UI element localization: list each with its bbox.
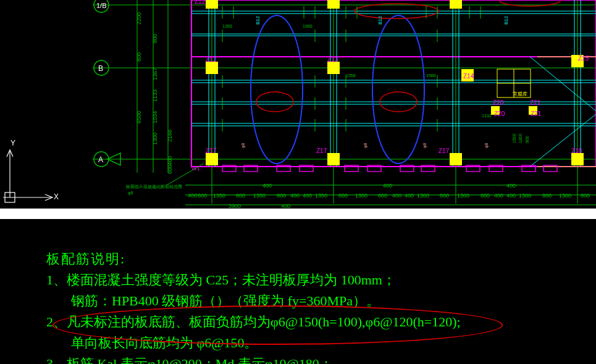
- svg-text:800: 800: [542, 192, 552, 199]
- svg-text:400: 400: [303, 192, 312, 199]
- svg-text:400: 400: [405, 192, 414, 199]
- svg-rect-40: [206, 62, 218, 74]
- svg-text:φ8: φ8: [241, 143, 246, 148]
- svg-text:3900: 3900: [229, 203, 241, 209]
- svg-text:B12: B12: [377, 15, 383, 25]
- svg-point-51: [372, 15, 424, 163]
- svg-text:1300: 1300: [355, 192, 367, 199]
- svg-text:1132: 1132: [482, 114, 492, 118]
- svg-text:1133: 1133: [152, 89, 158, 102]
- svg-text:800: 800: [136, 52, 142, 62]
- notes-title: 板配筋说明:: [46, 249, 461, 270]
- svg-text:B12: B12: [255, 15, 261, 25]
- svg-text:800: 800: [152, 34, 158, 43]
- svg-text:Z12: Z12: [206, 56, 217, 63]
- cad-svg: 1/B B A Z12 Z12 Z13 Z14 Z15 Z20 Z20 Z21 …: [0, 0, 596, 209]
- svg-rect-37: [206, 0, 218, 9]
- svg-text:400: 400: [281, 203, 290, 209]
- svg-rect-38: [327, 0, 340, 9]
- svg-text:1350: 1350: [222, 24, 232, 28]
- svg-text:B12: B12: [503, 15, 509, 25]
- svg-text:Z20: Z20: [494, 110, 505, 117]
- svg-text:400: 400: [506, 183, 516, 189]
- svg-text:600: 600: [167, 165, 173, 174]
- svg-text:宜腊库: 宜腊库: [513, 91, 527, 97]
- axis-1b: 1/B: [96, 2, 107, 9]
- svg-text:1350: 1350: [253, 192, 266, 199]
- svg-text:1367: 1367: [152, 68, 158, 80]
- svg-text:Z14: Z14: [463, 73, 474, 80]
- svg-rect-41: [327, 62, 340, 74]
- svg-rect-47: [327, 153, 340, 165]
- svg-text:400: 400: [188, 192, 197, 199]
- svg-text:900: 900: [525, 136, 529, 143]
- svg-text:600: 600: [198, 192, 207, 199]
- svg-text:800: 800: [378, 192, 387, 199]
- svg-text:400: 400: [167, 156, 173, 165]
- svg-text:1300: 1300: [457, 192, 469, 199]
- svg-text:400: 400: [383, 183, 392, 189]
- svg-text:400: 400: [262, 183, 272, 189]
- svg-text:1300: 1300: [559, 192, 571, 199]
- svg-rect-46: [206, 153, 218, 165]
- axis-a: A: [98, 155, 103, 164]
- svg-text:6500: 6500: [136, 111, 142, 123]
- svg-text:1300: 1300: [417, 192, 429, 199]
- svg-text:Z13: Z13: [327, 56, 338, 63]
- svg-text:1350: 1350: [213, 192, 225, 199]
- svg-text:1350: 1350: [346, 73, 356, 78]
- svg-text:1500: 1500: [512, 133, 516, 143]
- axis-b: B: [98, 64, 103, 73]
- svg-text:Z20: Z20: [493, 99, 504, 106]
- svg-text:Z18: Z18: [571, 147, 582, 154]
- notes-panel: 板配筋说明: 1、楼面混凝土强度等级为 C25；未注明板厚均为 100mm； 钢…: [0, 219, 596, 364]
- svg-text:1500: 1500: [426, 73, 436, 78]
- svg-text:板面筋不应超越此断裂线范围: 板面筋不应超越此断裂线范围: [125, 184, 182, 189]
- svg-rect-48: [450, 153, 462, 165]
- svg-text:1500: 1500: [303, 24, 313, 28]
- svg-text:400: 400: [494, 192, 503, 199]
- svg-text:1350: 1350: [315, 192, 327, 199]
- svg-text:1300: 1300: [519, 192, 531, 199]
- svg-text:Z15: Z15: [578, 55, 589, 62]
- svg-text:2200: 2200: [136, 12, 142, 25]
- cad-drawing-panel: Y X: [0, 0, 596, 209]
- svg-line-31: [530, 114, 596, 167]
- svg-text:Z21: Z21: [530, 99, 541, 106]
- svg-text:800: 800: [277, 192, 286, 199]
- svg-text:φ8: φ8: [363, 143, 368, 148]
- svg-text:Z17: Z17: [206, 147, 217, 154]
- svg-text:φ8: φ8: [128, 191, 133, 196]
- svg-text:800: 800: [440, 192, 449, 199]
- svg-rect-10: [191, 0, 596, 167]
- svg-rect-39: [450, 0, 462, 9]
- note-3: 3、板筋 Kal 表示φ10@200；Md 表示φ10@180；: [46, 356, 333, 364]
- svg-text:Z21: Z21: [531, 110, 542, 117]
- svg-text:1300: 1300: [152, 133, 158, 145]
- svg-text:Z17: Z17: [439, 147, 450, 154]
- svg-text:800: 800: [338, 192, 348, 199]
- svg-text:800: 800: [581, 192, 590, 199]
- svg-point-50: [251, 15, 303, 163]
- svg-text:1034: 1034: [152, 111, 158, 123]
- svg-text:400: 400: [290, 192, 300, 199]
- highlight-ellipse: [52, 305, 503, 345]
- svg-text:φ8: φ8: [484, 143, 489, 148]
- svg-text:2166: 2166: [167, 130, 173, 142]
- svg-text:400: 400: [392, 192, 401, 199]
- svg-text:Z17: Z17: [316, 147, 327, 154]
- svg-rect-49: [571, 153, 584, 165]
- svg-text:800: 800: [481, 192, 490, 199]
- svg-text:Z12: Z12: [195, 0, 206, 5]
- svg-text:1800: 1800: [518, 133, 523, 143]
- svg-text:400: 400: [506, 192, 516, 199]
- svg-text:φ8: φ8: [422, 143, 427, 148]
- svg-text:800: 800: [236, 192, 245, 199]
- note-1a: 1、楼面混凝土强度等级为 C25；未注明板厚均为 100mm；: [46, 272, 396, 287]
